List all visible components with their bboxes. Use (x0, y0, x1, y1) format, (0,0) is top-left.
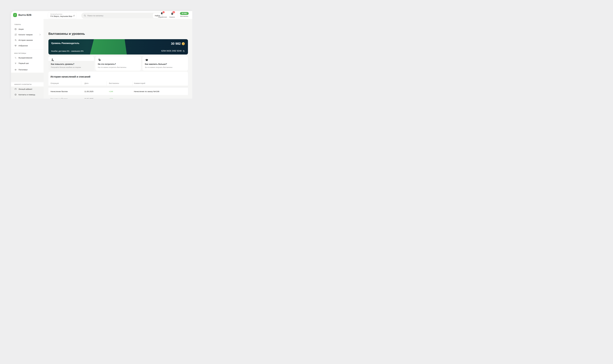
card-title: На что потратить? (98, 63, 138, 65)
sidebar-item-livestock[interactable]: Поголовье (11, 67, 43, 72)
column-header-operation: Операция (48, 81, 81, 86)
cell-operation: Начисление баллов (48, 91, 81, 92)
logo-swoosh-icon (14, 14, 16, 16)
sidebar-item-label: Контакты и помощь (18, 93, 35, 96)
card-how-to-earn[interactable]: Как накопить больше? За что можно получа… (142, 56, 188, 71)
loyalty-card-number: 6294 8426 2492 9249 (161, 50, 182, 52)
cart-label: Корзина (168, 16, 176, 18)
catalog-search: Найти (81, 13, 163, 19)
discount-badge-icon: % (14, 28, 17, 30)
main-content: Валтакоины и уровень Уровень Рекомендате… (43, 19, 192, 99)
user-circle-icon (14, 88, 17, 91)
grid-icon (14, 33, 17, 36)
table-header-row: Операция Дата Валтакоины Комментарий (48, 81, 188, 86)
page-title: Валтакоины и уровень (48, 32, 85, 36)
header-divider (178, 12, 178, 18)
chevron-right-icon (40, 34, 41, 36)
card-how-to-level-up[interactable]: Как повысить уровень? Получайте больше к… (48, 56, 94, 71)
heart-icon (14, 44, 17, 47)
svg-text:?: ? (15, 94, 16, 95)
search-icon (84, 14, 86, 17)
coins-balance-pill: 30 982 (180, 12, 189, 15)
level-banner: Уровень Рекомендатель Кешбэк: доставка 6… (48, 39, 188, 54)
table-row[interactable]: Начисление баллов 10.05.2025 +574 – (48, 95, 188, 99)
piggy-bank-icon (145, 58, 186, 61)
card-how-to-spend[interactable]: На что потратить? На что можно потратить… (95, 56, 141, 71)
sidebar-divider (11, 50, 43, 50)
history-title: История начислений и списаний (48, 72, 188, 78)
paw-icon (14, 62, 17, 65)
sidebar-item-order-history[interactable]: История заказов (11, 37, 43, 43)
column-header-comment: Комментарий (132, 81, 188, 86)
cart-badge: 12 (173, 11, 175, 13)
cell-comment: Начисление по заказу №4166 (132, 91, 188, 92)
sidebar-item-catalog[interactable]: Каталог товаров (11, 32, 43, 37)
sidebar-item-feeding[interactable]: Выкармливание (11, 55, 43, 61)
cashback-info: Кешбэк: доставка 6% · самовывоз 8% (51, 50, 83, 52)
contract-label: Активный договор (50, 13, 72, 15)
svg-text:%: % (15, 28, 16, 30)
info-cards: Как повысить уровень? Получайте больше к… (48, 56, 188, 71)
sidebar-item-label: Личный кабинет (18, 88, 32, 90)
sidebar-item-label: Поголовье (18, 69, 27, 71)
app-screen: Валта B2B Активный договор П-К Версо, Ак… (0, 0, 192, 99)
sidebar-section-account: АККАУНТ И КОНТАКТЫ (14, 84, 31, 85)
app-window: Валта B2B Активный договор П-К Версо, Ак… (11, 11, 192, 99)
sidebar-section-products: ТОВАРЫ (14, 24, 21, 25)
level-title: Уровень Рекомендатель (51, 42, 83, 45)
sidebar-item-label: Каталог товаров (18, 34, 33, 36)
card-subtitle: Получайте больше кешбэка за покупки (51, 66, 92, 68)
sidebar-item-label: Выкармливание (18, 57, 32, 59)
coins-balance: 30 982 (171, 42, 181, 45)
notifications-button[interactable]: 1 Уведомления (158, 12, 165, 18)
sidebar-item-help[interactable]: ? Контакты и помощь (11, 92, 43, 97)
sidebar-item-first-step[interactable]: Первый шаг (11, 61, 43, 66)
shopping-bag-icon: 12 (171, 12, 174, 15)
history-table-card: История начислений и списаний Операция Д… (48, 72, 188, 99)
sidebar-item-label: Первый шаг (18, 62, 29, 64)
sidebar-item-stores[interactable]: Магазины Cash&Carry (11, 97, 43, 99)
cell-operation: Начисление баллов (48, 98, 81, 99)
table-header-gap (48, 86, 188, 88)
card-title: Как повысить уровень? (51, 63, 92, 65)
sidebar: ТОВАРЫ % Акции Каталог товаров (11, 19, 43, 99)
cart-button[interactable]: 12 Корзина (168, 12, 176, 18)
column-header-coins: Валтакоины (106, 81, 132, 86)
column-header-date: Дата (81, 81, 106, 86)
brand-title: Валта B2B (18, 11, 31, 19)
order-history-icon (14, 39, 17, 41)
top-bar: Валта B2B Активный договор П-К Версо, Ак… (11, 11, 192, 19)
coins-stack-icon (98, 58, 138, 61)
cell-date: 10.05.2025 (81, 98, 106, 99)
active-contract-select[interactable]: Активный договор П-К Версо, Акульева Вер… (48, 12, 77, 19)
user-level-up-icon (51, 58, 92, 61)
sidebar-item-label: Акции (18, 28, 24, 30)
cell-date: 11.05.2025 (81, 91, 106, 92)
cell-comment: – (132, 98, 188, 99)
copy-icon[interactable] (183, 50, 185, 52)
bell-icon: 1 (160, 12, 163, 15)
cell-coins: +574 (106, 98, 132, 99)
sidebar-item-label: История заказов (18, 39, 33, 41)
feeding-bottle-icon (14, 57, 17, 59)
sidebar-item-label: Избранное (18, 45, 28, 47)
coins-label: Валтакоины (180, 15, 189, 17)
valtacoin-icon: В (182, 42, 185, 45)
dog-icon (14, 68, 17, 71)
contract-value: П-К Версо, Акульева Веро… (50, 15, 72, 17)
sidebar-section-pets: МОИ ПИТОМЦЫ (14, 52, 26, 54)
brand-logo[interactable] (13, 13, 17, 17)
cell-coins: +144 (106, 91, 132, 92)
sidebar-active-highlight (11, 73, 43, 82)
coins-balance-button[interactable]: 30 982 Валтакоины (180, 12, 189, 17)
card-title: Как накопить больше? (145, 63, 186, 65)
card-subtitle: За что можно получать Валтакоины (145, 66, 186, 68)
sidebar-item-promos[interactable]: % Акции (11, 26, 43, 32)
sidebar-item-account[interactable]: Личный кабинет (11, 86, 43, 92)
swap-arrows-icon[interactable] (73, 14, 75, 17)
card-subtitle: На что можно потратить Валтакоины (98, 66, 138, 68)
sidebar-item-favorites[interactable]: Избранное (11, 43, 43, 48)
table-row[interactable]: Начисление баллов 11.05.2025 +144 Начисл… (48, 88, 188, 95)
search-input[interactable] (87, 14, 163, 17)
help-circle-icon: ? (14, 93, 17, 96)
